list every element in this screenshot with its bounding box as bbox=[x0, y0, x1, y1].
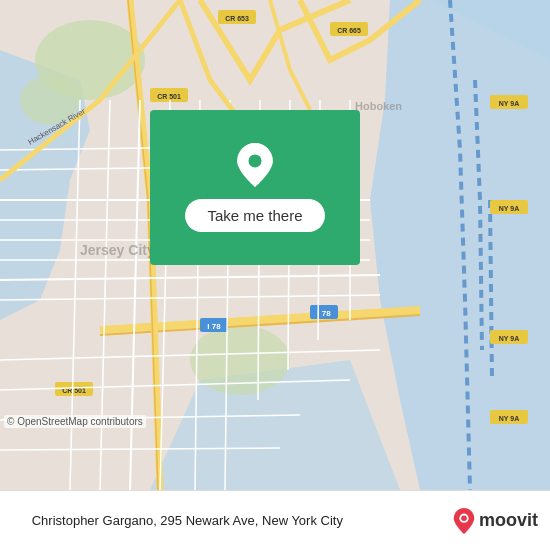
osm-attribution: © OpenStreetMap contributors bbox=[4, 415, 146, 428]
bottom-bar: Christopher Gargano, 295 Newark Ave, New… bbox=[0, 490, 550, 550]
location-pin-icon bbox=[233, 143, 277, 187]
svg-text:CR 653: CR 653 bbox=[225, 15, 249, 22]
svg-text:Hoboken: Hoboken bbox=[355, 100, 402, 112]
address-text: Christopher Gargano, 295 Newark Ave, New… bbox=[12, 513, 363, 528]
svg-text:NY 9A: NY 9A bbox=[499, 335, 520, 342]
svg-text:I 78: I 78 bbox=[207, 322, 221, 331]
svg-text:CR 501: CR 501 bbox=[157, 93, 181, 100]
svg-text:Jersey City: Jersey City bbox=[80, 242, 155, 258]
take-me-there-button[interactable]: Take me there bbox=[185, 199, 324, 232]
moovit-logo: moovit bbox=[363, 508, 538, 534]
moovit-label: moovit bbox=[479, 510, 538, 531]
svg-text:I 78: I 78 bbox=[317, 309, 331, 318]
svg-point-50 bbox=[248, 154, 261, 167]
svg-text:NY 9A: NY 9A bbox=[499, 100, 520, 107]
map-overlay: Take me there bbox=[150, 110, 360, 265]
moovit-pin-icon bbox=[453, 508, 475, 534]
map-container: I 78 I 78 CR 653 CR 665 CR 501 NY 9A NY … bbox=[0, 0, 550, 490]
svg-text:CR 665: CR 665 bbox=[337, 27, 361, 34]
svg-text:NY 9A: NY 9A bbox=[499, 205, 520, 212]
svg-point-52 bbox=[461, 515, 467, 521]
svg-text:NY 9A: NY 9A bbox=[499, 415, 520, 422]
